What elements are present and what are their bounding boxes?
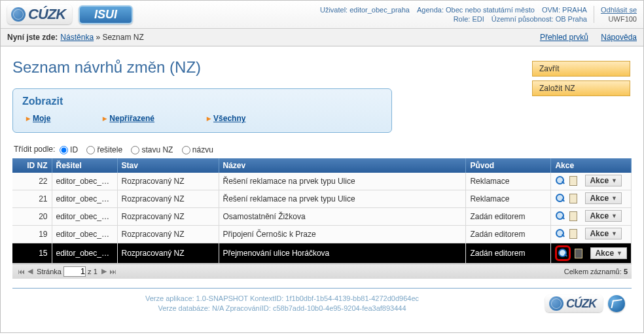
- chevron-down-icon: ▼: [617, 250, 622, 256]
- sort-id-radio[interactable]: [60, 146, 68, 154]
- filter-title: Zobrazit: [22, 96, 382, 107]
- breadcrumb-bar: Nyní jste zde: Nástěnka » Seznam NZ Přeh…: [1, 29, 643, 46]
- table-row[interactable]: 19editor_obec_prahaRozpracovaný NZPřipoj…: [12, 225, 632, 243]
- footer-logo-ness: [608, 295, 625, 312]
- tab-my[interactable]: Moje: [33, 114, 50, 123]
- detail-icon[interactable]: [555, 193, 565, 203]
- pager-next-icon[interactable]: ▶: [99, 267, 109, 276]
- detail-icon[interactable]: [555, 175, 565, 186]
- tab-all[interactable]: Všechny: [213, 114, 245, 123]
- chevron-down-icon: ▼: [611, 213, 617, 219]
- highlight-ring: [555, 245, 571, 261]
- footer-logo-cuzk: CÚZK: [545, 295, 603, 312]
- tab-unassigned[interactable]: Nepřiřazené: [109, 114, 154, 123]
- globe-icon: [11, 7, 26, 22]
- document-icon[interactable]: [568, 228, 579, 239]
- logout-link[interactable]: Odhlásit se: [601, 6, 637, 14]
- close-button[interactable]: Zavřít: [532, 61, 630, 77]
- col-nazev[interactable]: Název: [219, 158, 466, 173]
- col-id[interactable]: ID NZ: [12, 158, 52, 173]
- sort-stavu-radio[interactable]: [131, 146, 139, 154]
- col-akce: Akce: [551, 158, 632, 173]
- chevron-down-icon: ▼: [611, 177, 617, 184]
- logo-cuzk: CÚZK: [7, 5, 72, 24]
- filter-panel: Zobrazit ▸Moje ▸Nepřiřazené ▸Všechny: [12, 88, 392, 133]
- globe-icon: [549, 296, 564, 311]
- footer: Verze aplikace: 1.0-SNAPSHOT KontextID: …: [12, 288, 632, 321]
- document-icon[interactable]: [568, 193, 579, 203]
- link-help[interactable]: Nápověda: [601, 33, 637, 42]
- table-row[interactable]: 22editor_obec_prahaRozpracovaný NZŘešení…: [12, 173, 632, 190]
- row-actions-dropdown[interactable]: Akce▼: [585, 228, 622, 239]
- pager-prev-icon[interactable]: ◀: [26, 267, 35, 276]
- col-stav[interactable]: Stav: [117, 158, 219, 173]
- table-row[interactable]: 21editor_obec_prahaRozpracovaný NZŘešení…: [12, 190, 632, 207]
- detail-icon[interactable]: [558, 248, 568, 258]
- logo-isui: ISUI: [79, 5, 133, 24]
- sort-resitele-radio[interactable]: [86, 146, 95, 154]
- row-actions-dropdown[interactable]: Akce▼: [585, 210, 622, 222]
- data-table: ID NZ Řešitel Stav Název Původ Akce 22ed…: [12, 158, 632, 264]
- pager-first-icon[interactable]: ⏮: [16, 267, 26, 276]
- top-meta: Uživatel: editor_obec_praha Agenda: Obec…: [320, 5, 587, 24]
- breadcrumb-label: Nyní jste zde:: [7, 33, 58, 42]
- row-actions-dropdown[interactable]: Akce▼: [585, 192, 622, 204]
- document-icon[interactable]: [573, 248, 584, 258]
- document-icon[interactable]: [568, 175, 579, 186]
- row-actions-dropdown[interactable]: Akce▼: [590, 247, 627, 259]
- breadcrumb-current: Seznam NZ: [102, 33, 143, 42]
- detail-icon[interactable]: [555, 228, 565, 239]
- topbar: CÚZK ISUI Uživatel: editor_obec_praha Ag…: [1, 1, 643, 29]
- page-code: UWF100: [601, 15, 637, 23]
- new-nz-button[interactable]: Založit NZ: [532, 80, 630, 96]
- row-actions-dropdown[interactable]: Akce▼: [585, 175, 622, 186]
- chevron-down-icon: ▼: [611, 230, 617, 237]
- pager-last-icon[interactable]: ⏭: [109, 267, 118, 276]
- col-resitel[interactable]: Řešitel: [52, 158, 117, 173]
- detail-icon[interactable]: [555, 211, 565, 221]
- sort-nazvu-radio[interactable]: [182, 146, 190, 154]
- document-icon[interactable]: [568, 211, 579, 221]
- breadcrumb-home[interactable]: Nástěnka: [60, 33, 94, 42]
- pager-page-input[interactable]: [63, 266, 86, 277]
- col-puvod[interactable]: Původ: [466, 158, 551, 173]
- chevron-down-icon: ▼: [611, 195, 617, 202]
- sort-row: Třídit podle: ID řešitele stavu NZ názvu: [14, 145, 632, 154]
- pager: ⏮ ◀ Stránka z 1 ▶ ⏭ Celkem záznamů: 5: [12, 264, 632, 279]
- table-row[interactable]: 20editor_obec_prahaRozpracovaný NZOsamos…: [12, 207, 632, 225]
- table-row[interactable]: 15editor_obec_prahaRozpracovaný NZPřejme…: [12, 243, 632, 263]
- link-overview[interactable]: Přehled prvků: [540, 33, 588, 42]
